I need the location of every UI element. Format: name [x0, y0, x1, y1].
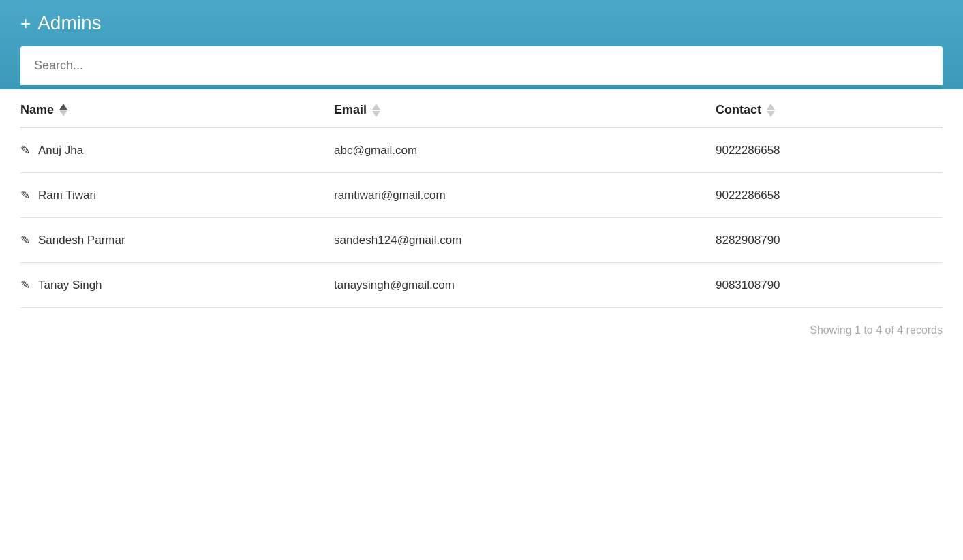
row-name-text: Tanay Singh [38, 279, 102, 292]
edit-icon[interactable]: ✎ [20, 143, 30, 157]
email-sort-icon[interactable] [372, 104, 380, 117]
table-rows: ✎ Anuj Jha abc@gmail.com 9022286658 ✎ Ra… [20, 128, 943, 308]
sort-contact-up-icon [767, 104, 775, 110]
table-row: ✎ Sandesh Parmar sandesh124@gmail.com 82… [20, 218, 943, 263]
contact-sort-icon[interactable] [767, 104, 775, 117]
row-name-text: Sandesh Parmar [38, 234, 125, 247]
row-name-cell: ✎ Anuj Jha [20, 143, 334, 157]
row-email-cell: tanaysingh@gmail.com [334, 279, 716, 292]
row-name-cell: ✎ Tanay Singh [20, 278, 334, 292]
table-header: Name Email Contact [20, 89, 943, 128]
col-header-email[interactable]: Email [334, 103, 716, 117]
row-name-text: Anuj Jha [38, 144, 83, 157]
row-email-cell: ramtiwari@gmail.com [334, 189, 716, 202]
row-contact-cell: 9083108790 [716, 279, 943, 292]
row-contact-cell: 8282908790 [716, 234, 943, 247]
table-row: ✎ Ram Tiwari ramtiwari@gmail.com 9022286… [20, 173, 943, 218]
edit-icon[interactable]: ✎ [20, 233, 30, 247]
row-contact-cell: 9022286658 [716, 189, 943, 202]
col-email-label: Email [334, 103, 367, 117]
row-contact-cell: 9022286658 [716, 144, 943, 157]
name-sort-icon[interactable] [59, 104, 67, 116]
row-name-cell: ✎ Ram Tiwari [20, 188, 334, 202]
sort-contact-down-icon [767, 111, 775, 117]
edit-icon[interactable]: ✎ [20, 278, 30, 292]
col-header-name[interactable]: Name [20, 103, 334, 117]
page-title: Admins [37, 12, 101, 34]
row-name-text: Ram Tiwari [38, 189, 96, 202]
row-email-cell: sandesh124@gmail.com [334, 234, 716, 247]
col-contact-label: Contact [716, 103, 761, 117]
sort-down-icon [59, 110, 67, 116]
col-name-label: Name [20, 103, 54, 117]
col-header-contact[interactable]: Contact [716, 103, 943, 117]
add-admin-icon[interactable]: + [20, 13, 31, 34]
footer-row: Showing 1 to 4 of 4 records [0, 308, 963, 353]
table-section: Name Email Contact ✎ Anuj Jha [0, 89, 963, 308]
search-bar-wrapper [20, 46, 943, 85]
table-row: ✎ Tanay Singh tanaysingh@gmail.com 90831… [20, 263, 943, 308]
records-info: Showing 1 to 4 of 4 records [810, 324, 943, 337]
row-name-cell: ✎ Sandesh Parmar [20, 233, 334, 247]
sort-up-icon [59, 104, 67, 110]
search-input[interactable] [20, 46, 943, 85]
sort-both-up-icon [372, 104, 380, 110]
edit-icon[interactable]: ✎ [20, 188, 30, 202]
row-email-cell: abc@gmail.com [334, 144, 716, 157]
table-row: ✎ Anuj Jha abc@gmail.com 9022286658 [20, 128, 943, 173]
page-header: + Admins [0, 0, 963, 89]
sort-both-down-icon [372, 111, 380, 117]
